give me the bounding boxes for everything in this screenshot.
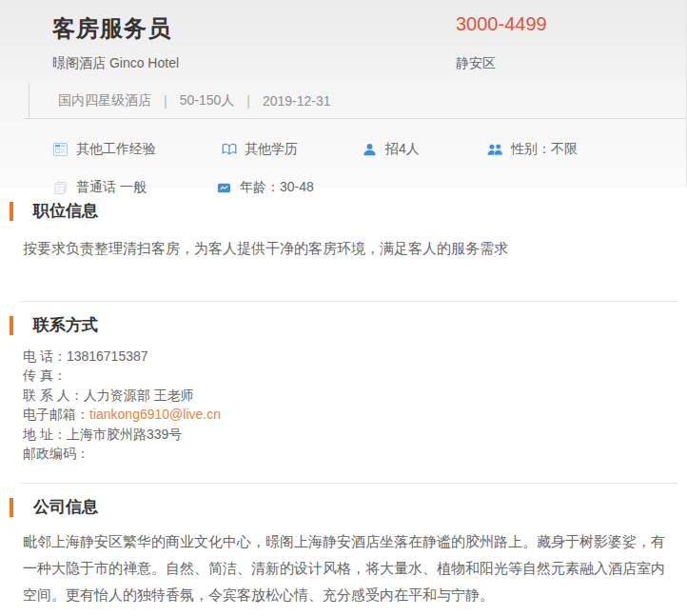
job-header: 客房服务员 3000-4499 暻阁酒店 Ginco Hotel 静安区 国内四… [0,0,687,188]
job-title: 客房服务员 [52,13,456,44]
contact-row-address: 地 址：上海市胶州路339号 [23,425,687,444]
contact-row-postcode: 邮政编码： [23,444,687,463]
section-title-job-info: 职位信息 [10,202,687,221]
tag-separator: | [246,93,250,109]
contact-label: 电 话： [23,348,67,364]
phone-number: 13816715387 [67,348,148,364]
tag-separator: | [164,93,167,109]
meta-language: 普通话 一般 [52,179,216,196]
salary-range: 3000-4499 [456,13,600,35]
meta-label: 其他工作经验 [76,141,156,158]
meta-gender: 性别：不限 [487,141,578,158]
tag-hotel-class: 国内四星级酒店 [58,92,151,109]
section-title-contact: 联系方式 [10,316,687,335]
meta-age: 年龄：30-48 [216,179,314,196]
job-description: 按要求负责整理清扫客房，为客人提供干净的客房环境，满足客人的服务需求 [23,235,676,262]
section-job-info: 职位信息 按要求负责整理清扫客房，为客人提供干净的客房环境，满足客人的服务需求 [0,202,687,262]
contact-list: 电 话：13816715387 传 真： 联 系 人：人力资源部 王老师 电子邮… [23,347,687,463]
work-experience-icon [52,142,69,157]
contact-row-phone: 电 话：13816715387 [23,347,687,366]
contact-label: 联 系 人： [23,387,84,403]
job-detail-page: 客房服务员 3000-4499 暻阁酒店 Ginco Hotel 静安区 国内四… [0,0,687,616]
company-description: 毗邻上海静安区繁华的商业文化中心，暻阁上海静安酒店坐落在静谧的胶州路上。藏身于树… [23,528,676,608]
contact-row-person: 联 系 人：人力资源部 王老师 [23,386,687,405]
meta-work-experience: 其他工作经验 [52,141,221,158]
meta-label: 招4人 [385,141,420,158]
meta-label: 性别：不限 [511,141,578,158]
meta-label: 其他学历 [245,141,298,158]
job-tags-row: 国内四星级酒店 | 50-150人 | 2019-12-31 [29,83,686,118]
meta-headcount: 招4人 [362,141,487,158]
education-icon [221,142,237,157]
contact-person: 人力资源部 王老师 [84,387,194,403]
language-icon [52,180,69,195]
email-link[interactable]: tiankong6910@live.cn [89,407,221,422]
job-header-upper: 客房服务员 3000-4499 暻阁酒店 Ginco Hotel 静安区 国内四… [24,13,686,119]
section-divider [19,483,677,484]
contact-label: 邮政编码： [23,446,89,461]
section-divider [19,301,677,302]
contact-row-email: 电子邮箱：tiankong6910@live.cn [23,405,687,424]
district-label: 静安区 [456,55,600,72]
section-company-info: 公司信息 毗邻上海静安区繁华的商业文化中心，暻阁上海静安酒店坐落在静谧的胶州路上… [0,498,687,608]
tag-deadline-date: 2019-12-31 [263,93,331,109]
section-contact: 联系方式 电 话：13816715387 传 真： 联 系 人：人力资源部 王老… [0,316,687,463]
gender-icon [487,142,503,157]
address: 上海市胶州路339号 [67,427,182,442]
contact-row-fax: 传 真： [23,366,687,385]
contact-label: 地 址： [23,427,67,442]
meta-label: 年龄：30-48 [240,179,314,196]
meta-education: 其他学历 [221,141,362,158]
tag-company-size: 50-150人 [180,92,235,109]
meta-label: 普通话 一般 [76,179,147,196]
contact-label: 电子邮箱： [23,407,89,422]
headcount-icon [362,142,378,157]
section-title-company-info: 公司信息 [10,498,687,517]
job-meta: 其他工作经验 其他学历 [0,119,686,196]
company-name: 暻阁酒店 Ginco Hotel [52,55,456,72]
age-icon [216,180,232,195]
contact-label: 传 真： [23,368,67,383]
